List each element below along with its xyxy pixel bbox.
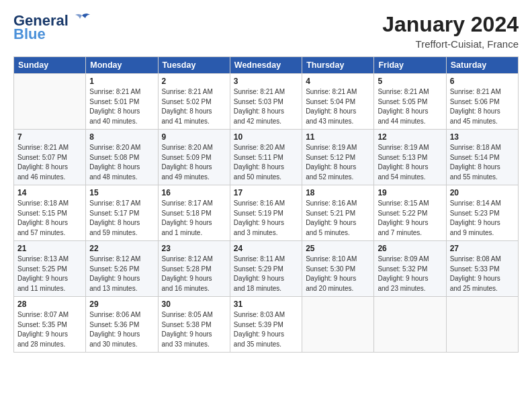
calendar-week-row: 21Sunrise: 8:13 AMSunset: 5:25 PMDayligh… bbox=[14, 241, 519, 297]
day-info: Sunrise: 8:19 AMSunset: 5:12 PMDaylight:… bbox=[306, 143, 370, 182]
day-number: 23 bbox=[162, 244, 226, 253]
weekday-header-friday: Friday bbox=[374, 57, 446, 74]
day-number: 31 bbox=[234, 300, 298, 309]
day-info: Sunrise: 8:18 AMSunset: 5:15 PMDaylight:… bbox=[17, 199, 82, 238]
day-number: 29 bbox=[89, 300, 154, 309]
calendar-cell bbox=[374, 297, 446, 353]
day-number: 11 bbox=[306, 132, 370, 142]
calendar-table: SundayMondayTuesdayWednesdayThursdayFrid… bbox=[13, 56, 519, 353]
calendar-cell: 27Sunrise: 8:08 AMSunset: 5:33 PMDayligh… bbox=[446, 241, 518, 297]
title-block: January 2024 Treffort-Cuisiat, France bbox=[382, 12, 519, 50]
calendar-cell: 10Sunrise: 8:20 AMSunset: 5:11 PMDayligh… bbox=[230, 130, 302, 185]
calendar-cell: 22Sunrise: 8:12 AMSunset: 5:26 PMDayligh… bbox=[86, 241, 158, 297]
day-number: 28 bbox=[17, 300, 82, 309]
calendar-week-row: 14Sunrise: 8:18 AMSunset: 5:15 PMDayligh… bbox=[14, 185, 519, 241]
calendar-cell: 13Sunrise: 8:18 AMSunset: 5:14 PMDayligh… bbox=[446, 130, 518, 185]
day-info: Sunrise: 8:20 AMSunset: 5:11 PMDaylight:… bbox=[234, 143, 298, 182]
day-info: Sunrise: 8:15 AMSunset: 5:22 PMDaylight:… bbox=[378, 199, 442, 238]
day-info: Sunrise: 8:09 AMSunset: 5:32 PMDaylight:… bbox=[378, 255, 442, 293]
day-number: 21 bbox=[17, 244, 82, 253]
day-info: Sunrise: 8:21 AMSunset: 5:05 PMDaylight:… bbox=[378, 87, 442, 126]
day-number: 20 bbox=[450, 188, 515, 197]
day-info: Sunrise: 8:07 AMSunset: 5:35 PMDaylight:… bbox=[17, 310, 82, 349]
day-info: Sunrise: 8:21 AMSunset: 5:02 PMDaylight:… bbox=[162, 87, 226, 126]
calendar-cell: 5Sunrise: 8:21 AMSunset: 5:05 PMDaylight… bbox=[374, 74, 446, 130]
weekday-header-thursday: Thursday bbox=[302, 57, 374, 74]
day-info: Sunrise: 8:14 AMSunset: 5:23 PMDaylight:… bbox=[450, 199, 515, 238]
logo-blue-text: Blue bbox=[13, 26, 46, 43]
day-info: Sunrise: 8:08 AMSunset: 5:33 PMDaylight:… bbox=[450, 255, 515, 293]
day-number: 10 bbox=[234, 132, 298, 142]
day-info: Sunrise: 8:03 AMSunset: 5:39 PMDaylight:… bbox=[234, 310, 298, 349]
calendar-week-row: 7Sunrise: 8:21 AMSunset: 5:07 PMDaylight… bbox=[14, 130, 519, 185]
calendar-cell: 20Sunrise: 8:14 AMSunset: 5:23 PMDayligh… bbox=[446, 185, 518, 241]
month-title: January 2024 bbox=[382, 12, 519, 37]
day-info: Sunrise: 8:19 AMSunset: 5:13 PMDaylight:… bbox=[378, 143, 442, 182]
weekday-header-wednesday: Wednesday bbox=[230, 57, 302, 74]
calendar-cell: 3Sunrise: 8:21 AMSunset: 5:03 PMDaylight… bbox=[230, 74, 302, 130]
day-info: Sunrise: 8:21 AMSunset: 5:04 PMDaylight:… bbox=[306, 87, 370, 126]
calendar-cell: 11Sunrise: 8:19 AMSunset: 5:12 PMDayligh… bbox=[302, 130, 374, 185]
day-number: 14 bbox=[17, 188, 82, 197]
calendar-cell: 9Sunrise: 8:20 AMSunset: 5:09 PMDaylight… bbox=[158, 130, 230, 185]
day-number: 3 bbox=[234, 77, 298, 86]
calendar-cell bbox=[302, 297, 374, 353]
day-number: 5 bbox=[378, 77, 442, 86]
calendar-cell: 12Sunrise: 8:19 AMSunset: 5:13 PMDayligh… bbox=[374, 130, 446, 185]
day-info: Sunrise: 8:21 AMSunset: 5:01 PMDaylight:… bbox=[89, 87, 154, 126]
day-number: 15 bbox=[89, 188, 154, 197]
logo: General Blue bbox=[13, 12, 91, 43]
calendar-cell bbox=[446, 297, 518, 353]
day-number: 25 bbox=[306, 244, 370, 253]
calendar-cell: 31Sunrise: 8:03 AMSunset: 5:39 PMDayligh… bbox=[230, 297, 302, 353]
calendar-cell: 14Sunrise: 8:18 AMSunset: 5:15 PMDayligh… bbox=[14, 185, 86, 241]
day-info: Sunrise: 8:21 AMSunset: 5:06 PMDaylight:… bbox=[450, 87, 515, 126]
day-number: 22 bbox=[89, 244, 154, 253]
day-info: Sunrise: 8:05 AMSunset: 5:38 PMDaylight:… bbox=[162, 310, 226, 349]
calendar-week-row: 28Sunrise: 8:07 AMSunset: 5:35 PMDayligh… bbox=[14, 297, 519, 353]
header: General Blue January 2024 Treffort-Cuisi… bbox=[13, 12, 519, 50]
day-number: 9 bbox=[162, 132, 226, 142]
weekday-header-tuesday: Tuesday bbox=[158, 57, 230, 74]
day-info: Sunrise: 8:16 AMSunset: 5:21 PMDaylight:… bbox=[306, 199, 370, 238]
calendar-cell: 21Sunrise: 8:13 AMSunset: 5:25 PMDayligh… bbox=[14, 241, 86, 297]
day-info: Sunrise: 8:16 AMSunset: 5:19 PMDaylight:… bbox=[234, 199, 298, 238]
calendar-cell: 4Sunrise: 8:21 AMSunset: 5:04 PMDaylight… bbox=[302, 74, 374, 130]
weekday-header-monday: Monday bbox=[86, 57, 158, 74]
day-info: Sunrise: 8:20 AMSunset: 5:08 PMDaylight:… bbox=[89, 143, 154, 182]
calendar-cell: 30Sunrise: 8:05 AMSunset: 5:38 PMDayligh… bbox=[158, 297, 230, 353]
day-number: 24 bbox=[234, 244, 298, 253]
day-number: 16 bbox=[162, 188, 226, 197]
calendar-cell: 23Sunrise: 8:12 AMSunset: 5:28 PMDayligh… bbox=[158, 241, 230, 297]
day-info: Sunrise: 8:17 AMSunset: 5:18 PMDaylight:… bbox=[162, 199, 226, 238]
weekday-header-sunday: Sunday bbox=[14, 57, 86, 74]
day-number: 1 bbox=[89, 77, 154, 86]
calendar-cell: 6Sunrise: 8:21 AMSunset: 5:06 PMDaylight… bbox=[446, 74, 518, 130]
calendar-cell: 2Sunrise: 8:21 AMSunset: 5:02 PMDaylight… bbox=[158, 74, 230, 130]
calendar-week-row: 1Sunrise: 8:21 AMSunset: 5:01 PMDaylight… bbox=[14, 74, 519, 130]
calendar-cell: 24Sunrise: 8:11 AMSunset: 5:29 PMDayligh… bbox=[230, 241, 302, 297]
calendar-cell: 15Sunrise: 8:17 AMSunset: 5:17 PMDayligh… bbox=[86, 185, 158, 241]
day-number: 4 bbox=[306, 77, 370, 86]
page: General Blue January 2024 Treffort-Cuisi… bbox=[0, 0, 532, 359]
day-number: 18 bbox=[306, 188, 370, 197]
day-info: Sunrise: 8:21 AMSunset: 5:07 PMDaylight:… bbox=[17, 143, 82, 182]
location-title: Treffort-Cuisiat, France bbox=[382, 38, 519, 50]
day-number: 17 bbox=[234, 188, 298, 197]
calendar-cell: 19Sunrise: 8:15 AMSunset: 5:22 PMDayligh… bbox=[374, 185, 446, 241]
day-info: Sunrise: 8:18 AMSunset: 5:14 PMDaylight:… bbox=[450, 143, 515, 182]
day-info: Sunrise: 8:17 AMSunset: 5:17 PMDaylight:… bbox=[89, 199, 154, 238]
day-number: 26 bbox=[378, 244, 442, 253]
day-number: 6 bbox=[450, 77, 515, 86]
calendar-cell: 26Sunrise: 8:09 AMSunset: 5:32 PMDayligh… bbox=[374, 241, 446, 297]
calendar-cell: 17Sunrise: 8:16 AMSunset: 5:19 PMDayligh… bbox=[230, 185, 302, 241]
day-info: Sunrise: 8:10 AMSunset: 5:30 PMDaylight:… bbox=[306, 255, 370, 293]
day-number: 8 bbox=[89, 132, 154, 142]
calendar-cell: 16Sunrise: 8:17 AMSunset: 5:18 PMDayligh… bbox=[158, 185, 230, 241]
day-info: Sunrise: 8:20 AMSunset: 5:09 PMDaylight:… bbox=[162, 143, 226, 182]
day-info: Sunrise: 8:21 AMSunset: 5:03 PMDaylight:… bbox=[234, 87, 298, 126]
calendar-cell: 18Sunrise: 8:16 AMSunset: 5:21 PMDayligh… bbox=[302, 185, 374, 241]
calendar-cell: 7Sunrise: 8:21 AMSunset: 5:07 PMDaylight… bbox=[14, 130, 86, 185]
day-number: 2 bbox=[162, 77, 226, 86]
weekday-header-row: SundayMondayTuesdayWednesdayThursdayFrid… bbox=[14, 57, 519, 74]
